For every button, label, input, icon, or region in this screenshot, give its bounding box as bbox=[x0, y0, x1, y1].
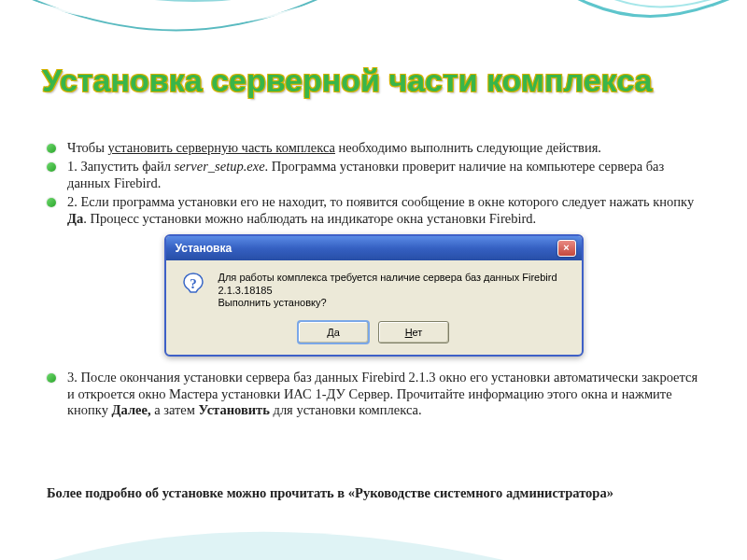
msg-line2: Выполнить установку? bbox=[218, 297, 572, 310]
bold-install: Установить bbox=[199, 402, 270, 417]
yes-rest: а bbox=[334, 327, 340, 338]
yes-button[interactable]: Да bbox=[298, 321, 369, 343]
yes-first: Д bbox=[327, 327, 333, 338]
close-button[interactable]: × bbox=[557, 240, 576, 257]
svg-text:?: ? bbox=[190, 276, 197, 291]
text: для установки комплекса. bbox=[270, 402, 422, 417]
text: необходимо выполнить следующие действия. bbox=[335, 140, 601, 155]
text: . Процесс установки можно наблюдать на и… bbox=[83, 211, 536, 226]
msg-line1: Для работы комплекса требуется наличие с… bbox=[218, 272, 572, 298]
slide-body: Чтобы установить серверную часть комплек… bbox=[47, 140, 700, 421]
link-install-server[interactable]: установить серверную часть комплекса bbox=[108, 140, 335, 155]
bullet-1: Чтобы установить серверную часть комплек… bbox=[47, 140, 700, 156]
no-rest: ет bbox=[413, 327, 423, 338]
dialog-title: Установка bbox=[176, 242, 233, 255]
text: 2. Если программа установки его не наход… bbox=[67, 194, 694, 209]
slide-title: Установка серверной части комплекса bbox=[42, 63, 696, 98]
dialog-message: Для работы комплекса требуется наличие с… bbox=[218, 272, 572, 310]
text: 1. Запустить файл bbox=[67, 159, 175, 174]
text: а затем bbox=[151, 402, 199, 417]
bold-da: Да bbox=[67, 211, 83, 226]
bullet-3: 2. Если программа установки его не наход… bbox=[47, 194, 700, 227]
filename: server_setup.exe bbox=[175, 159, 265, 174]
text: Чтобы bbox=[67, 140, 108, 155]
footer-note: Более подробно об установке можно прочит… bbox=[47, 485, 700, 501]
install-dialog: Установка × ? Для работы комплекса требу… bbox=[164, 234, 584, 357]
bold-dalee: Далее, bbox=[112, 402, 151, 417]
no-first: Н bbox=[405, 327, 413, 338]
no-button[interactable]: Нет bbox=[378, 321, 449, 343]
bullet-4: 3. После окончания установки сервера баз… bbox=[47, 370, 700, 418]
question-icon: ? bbox=[179, 272, 207, 300]
bullet-2: 1. Запустить файл server_setup.exe. Прог… bbox=[47, 159, 700, 191]
